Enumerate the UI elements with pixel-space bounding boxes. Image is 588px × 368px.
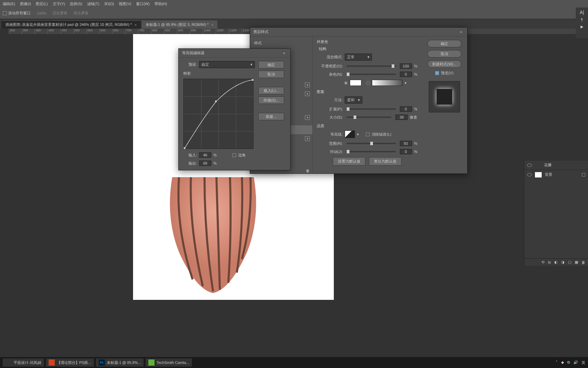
fill-screen-button[interactable]: 填充屏幕 xyxy=(74,11,88,16)
chevron-up-icon[interactable]: ˄ xyxy=(556,360,558,365)
tray-icon[interactable]: ◆ xyxy=(561,360,564,365)
layer-row[interactable]: 花瓣 xyxy=(524,160,588,170)
noise-slider[interactable] xyxy=(347,74,395,75)
size-input[interactable]: 38 xyxy=(395,114,408,120)
contour-swatch[interactable] xyxy=(345,131,355,138)
ok-button[interactable]: 确定 xyxy=(258,61,284,68)
layer-row[interactable]: 背景 xyxy=(524,170,588,179)
make-default-button[interactable]: 设置为默认值 xyxy=(333,157,365,166)
menu-item[interactable]: 窗口(W) xyxy=(136,1,150,6)
taskbar: 平面设计-邱凤娟 【理论部分】PS插... Ps未标题-1 @ 85.9%...… xyxy=(0,357,588,368)
network-icon[interactable]: ⧉ xyxy=(567,360,570,365)
spread-input[interactable]: 0 xyxy=(400,106,412,112)
close-icon[interactable]: × xyxy=(281,50,287,56)
menu-item[interactable]: 图像(I) xyxy=(20,1,31,6)
menu-item[interactable]: 文字(Y) xyxy=(53,1,65,6)
range-slider[interactable] xyxy=(347,143,395,144)
styles-header: 样式 xyxy=(250,39,312,48)
save-button[interactable]: 存储(S)... xyxy=(258,96,284,104)
petal-art xyxy=(165,177,261,293)
mask-icon[interactable]: ◐ xyxy=(554,260,558,264)
zoom-pct[interactable]: 100% xyxy=(37,11,46,15)
add-effect-button[interactable]: + xyxy=(305,82,310,87)
preset-select[interactable]: 自定▾ xyxy=(199,61,255,68)
dialog-titlebar[interactable]: 等高线编辑器 × xyxy=(179,49,290,58)
taskbar-item[interactable]: 平面设计-邱凤娟 xyxy=(3,358,44,367)
ime-indicator[interactable]: 英 xyxy=(582,360,585,365)
jitter-slider[interactable] xyxy=(347,151,395,152)
output-value[interactable]: 68 xyxy=(199,160,211,166)
blend-mode-select[interactable]: 正常▾ xyxy=(345,53,372,61)
document-tab[interactable]: 插画图简-浪漫花卉插画背景素材设计.psd @ 246% (图层 10 拷贝, … xyxy=(1,20,141,29)
document-tab[interactable]: 未标题-1 @ 85.9% (图层 3, RGB/8#) *× xyxy=(142,20,218,29)
app-icon xyxy=(148,359,154,366)
visibility-icon[interactable] xyxy=(527,164,532,167)
corner-checkbox[interactable] xyxy=(232,153,236,157)
chevron-down-icon[interactable]: ▾ xyxy=(357,132,359,137)
link-icon[interactable]: ⟲ xyxy=(541,260,544,264)
folder-icon[interactable]: ▢ xyxy=(568,260,571,264)
volume-icon[interactable]: 🔊 xyxy=(573,360,578,365)
paragraph-icon[interactable]: ¶ xyxy=(581,18,583,22)
add-effect-button[interactable]: + xyxy=(305,136,310,141)
gradient-swatch[interactable] xyxy=(372,80,403,86)
trash-icon[interactable]: 🗑 xyxy=(582,260,585,264)
add-effect-button[interactable]: + xyxy=(305,115,310,120)
input-value[interactable]: 46 xyxy=(199,152,211,158)
opacity-input[interactable]: 100 xyxy=(400,63,412,69)
preview-checkbox[interactable] xyxy=(435,71,439,75)
checkbox-scroll-all[interactable] xyxy=(3,11,7,15)
section-structure: 结构 xyxy=(319,46,417,51)
new-style-button[interactable]: 新建样式(W)... xyxy=(427,60,461,68)
layer-thumb[interactable] xyxy=(535,172,542,178)
spread-slider[interactable] xyxy=(347,108,395,110)
color-radio[interactable] xyxy=(344,81,348,85)
collapsed-panels: A| ¶ ▶ xyxy=(576,7,588,38)
size-slider[interactable] xyxy=(347,117,391,118)
play-icon[interactable]: ▶ xyxy=(581,25,583,29)
curve-editor[interactable] xyxy=(183,79,254,149)
chevron-down-icon[interactable]: ▾ xyxy=(405,81,407,85)
dialog-titlebar[interactable]: 图层样式 × xyxy=(250,28,467,36)
adjustment-icon[interactable]: ◑ xyxy=(561,260,565,264)
ok-button[interactable]: 确定 xyxy=(427,40,461,47)
taskbar-item[interactable]: 【理论部分】PS插... xyxy=(46,358,94,367)
close-icon[interactable]: × xyxy=(458,29,464,35)
gradient-radio[interactable] xyxy=(366,81,370,85)
opacity-slider[interactable] xyxy=(347,65,395,67)
section-elements: 图素 xyxy=(317,89,417,94)
menu-item[interactable]: 帮助(H) xyxy=(154,1,167,6)
new-layer-icon[interactable]: ▦ xyxy=(575,260,578,264)
jitter-input[interactable]: 0 xyxy=(400,149,412,154)
trash-icon[interactable]: 🗑 xyxy=(306,169,310,173)
label-opacity: 不透明度(O): xyxy=(317,64,343,69)
menu-item[interactable]: 3D(D) xyxy=(104,2,114,6)
menu-item[interactable]: 图层(L) xyxy=(36,1,48,6)
taskbar-item[interactable]: Ps未标题-1 @ 85.9%... xyxy=(96,358,144,367)
close-icon[interactable]: × xyxy=(211,23,213,27)
visibility-icon[interactable] xyxy=(527,173,532,177)
reset-default-button[interactable]: 复位为默认值 xyxy=(369,157,402,166)
noise-input[interactable]: 0 xyxy=(400,72,412,77)
color-swatch[interactable] xyxy=(350,80,361,86)
fx-icon[interactable]: fx xyxy=(548,260,551,264)
fit-screen-button[interactable]: 适合屏幕 xyxy=(52,11,67,16)
taskbar-item[interactable]: TechSmith Camta... xyxy=(146,358,192,367)
menu-item[interactable]: 编辑(E) xyxy=(3,1,15,6)
close-icon[interactable]: × xyxy=(134,23,136,27)
character-icon[interactable]: A| xyxy=(580,10,584,15)
antialias-checkbox[interactable] xyxy=(366,133,370,136)
range-input[interactable]: 50 xyxy=(400,141,412,146)
chevron-down-icon: ▾ xyxy=(358,98,360,102)
add-effect-button[interactable]: + xyxy=(305,91,310,96)
section-quality: 品质 xyxy=(317,123,417,128)
menu-item[interactable]: 滤镜(T) xyxy=(87,1,99,6)
new-button[interactable]: 新建... xyxy=(258,113,284,120)
load-button[interactable]: 载入(L)... xyxy=(258,87,284,94)
method-select[interactable]: 柔和▾ xyxy=(345,96,362,104)
cancel-button[interactable]: 取消 xyxy=(258,71,284,78)
cancel-button[interactable]: 取消 xyxy=(427,50,461,58)
menu-item[interactable]: 视图(V) xyxy=(119,1,131,6)
menu-item[interactable]: 选择(S) xyxy=(70,1,82,6)
label-output: 输出: xyxy=(183,161,197,166)
